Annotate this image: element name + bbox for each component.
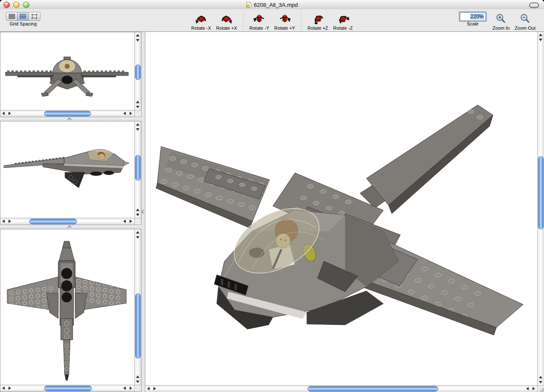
scroll-up-arrow[interactable] [538, 375, 544, 380]
scroll-arrows [135, 207, 141, 217]
scroll-left-arrow[interactable] [122, 110, 128, 117]
scroll-right-arrow[interactable] [128, 385, 134, 392]
side-view-horizontal-scrollbar[interactable] [0, 218, 134, 225]
model-3d-drawing [145, 32, 537, 385]
title-bar[interactable]: 6208_Alt_3A.mpd [0, 0, 544, 10]
toolbar-separator [301, 13, 301, 30]
scroll-left-arrow[interactable] [122, 385, 128, 392]
front-view-horizontal-scrollbar[interactable] [0, 110, 134, 117]
scroll-arrows [1, 385, 13, 392]
pane-splitter[interactable] [0, 117, 142, 121]
scroll-up-arrow[interactable] [135, 122, 141, 127]
sidebar-splitter[interactable] [142, 32, 145, 392]
scroll-right-arrow[interactable] [152, 386, 158, 392]
tail-spike [360, 105, 493, 214]
content-area [0, 32, 544, 392]
scroll-up-arrow[interactable] [135, 33, 141, 38]
scroll-left-arrow[interactable] [1, 385, 7, 392]
front-view-vertical-scrollbar[interactable] [134, 32, 141, 110]
rotate-plus-x-button[interactable]: Rotate +X [214, 12, 240, 31]
rotate-y-brick-icon [253, 12, 266, 25]
main-view-pane [145, 32, 544, 392]
scroll-arrows [135, 374, 141, 384]
toolbar: Grid Spacing Rotate -X [0, 9, 544, 32]
scrollbar-corner [134, 385, 141, 392]
rotate-plus-y-button[interactable]: Rotate +Y [272, 12, 298, 31]
zoom-out-icon [520, 12, 531, 25]
rotate-y-brick-icon [278, 12, 291, 25]
toolbar-separator [243, 13, 244, 30]
scroll-left-arrow[interactable] [1, 110, 7, 117]
document-window: 6208_Alt_3A.mpd [0, 0, 544, 392]
scroll-left-arrow[interactable] [1, 218, 7, 225]
main-horizontal-scrollbar[interactable] [145, 385, 537, 392]
scrollbar-thumb[interactable] [308, 386, 438, 392]
scroll-down-arrow[interactable] [135, 212, 141, 217]
scrollbar-thumb[interactable] [135, 293, 141, 358]
scroll-arrows [122, 218, 134, 225]
scroll-down-arrow[interactable] [135, 38, 141, 43]
grid-medium-segment[interactable] [17, 12, 29, 21]
scrollbar-thumb[interactable] [538, 156, 544, 229]
scroll-arrows [525, 386, 537, 392]
rotate-minus-x-button[interactable]: Rotate -X [189, 12, 213, 31]
scroll-up-arrow[interactable] [135, 374, 141, 379]
scroll-arrows [135, 230, 141, 240]
rotate-plus-z-button[interactable]: Rotate +Z [305, 12, 331, 31]
scroll-right-arrow[interactable] [531, 386, 537, 392]
rotate-minus-z-button[interactable]: Rotate -Z [331, 12, 355, 31]
resize-grip[interactable] [537, 385, 544, 392]
zoom-out-button[interactable]: Zoom Out [512, 12, 538, 31]
scroll-down-arrow[interactable] [135, 379, 141, 384]
side-view-pane [0, 121, 142, 225]
scrollbar-thumb[interactable] [135, 155, 141, 180]
scroll-arrows [146, 386, 158, 392]
scrollbar-thumb[interactable] [135, 65, 141, 80]
grid-spacing-label: Grid Spacing [10, 21, 37, 26]
scroll-up-arrow[interactable] [135, 230, 141, 235]
front-viewport[interactable] [0, 32, 134, 110]
side-view-drawing [0, 121, 134, 218]
scrollbar-thumb[interactable] [29, 219, 77, 224]
scroll-left-arrow[interactable] [146, 386, 152, 392]
scroll-arrows [1, 218, 13, 225]
scroll-right-arrow[interactable] [7, 110, 13, 117]
scroll-up-arrow[interactable] [538, 32, 544, 37]
pane-splitter[interactable] [0, 225, 142, 229]
scroll-arrows [135, 99, 141, 110]
scroll-down-arrow[interactable] [135, 235, 141, 240]
scroll-up-arrow[interactable] [135, 207, 141, 212]
scrollbar-thumb[interactable] [44, 111, 91, 116]
left-wing [156, 147, 269, 228]
zoom-in-button[interactable]: Zoom In [490, 12, 512, 31]
main-vertical-scrollbar[interactable] [537, 32, 544, 385]
rotate-x-brick-icon [195, 12, 207, 25]
scale-input[interactable]: 220% [460, 12, 486, 21]
scroll-arrows [122, 385, 134, 392]
grid-fine-segment[interactable] [6, 12, 17, 21]
toolbar-toggle-pill[interactable] [529, 3, 539, 8]
scroll-right-arrow[interactable] [128, 218, 134, 225]
scroll-arrows [135, 33, 141, 43]
scroll-right-arrow[interactable] [128, 110, 134, 117]
bottom-view-horizontal-scrollbar[interactable] [0, 385, 134, 392]
scroll-left-arrow[interactable] [525, 386, 531, 392]
scroll-down-arrow[interactable] [135, 127, 141, 132]
side-view-vertical-scrollbar[interactable] [134, 121, 141, 218]
scroll-right-arrow[interactable] [7, 218, 13, 225]
bottom-view-vertical-scrollbar[interactable] [134, 229, 141, 385]
scroll-up-arrow[interactable] [135, 99, 141, 104]
scroll-down-arrow[interactable] [538, 380, 544, 385]
scroll-right-arrow[interactable] [7, 385, 13, 392]
scroll-down-arrow[interactable] [135, 104, 141, 110]
rotate-minus-y-button[interactable]: Rotate -Y [247, 12, 272, 31]
side-viewport[interactable] [0, 121, 134, 218]
bottom-viewport[interactable] [0, 229, 134, 385]
grid-coarse-segment[interactable] [29, 12, 40, 21]
scroll-down-arrow[interactable] [538, 37, 544, 42]
scrollbar-thumb[interactable] [44, 386, 92, 391]
resize-grip-icon [538, 386, 544, 392]
scroll-left-arrow[interactable] [122, 218, 128, 225]
bottom-view-pane [0, 229, 142, 392]
main-3d-viewport[interactable] [145, 32, 537, 385]
